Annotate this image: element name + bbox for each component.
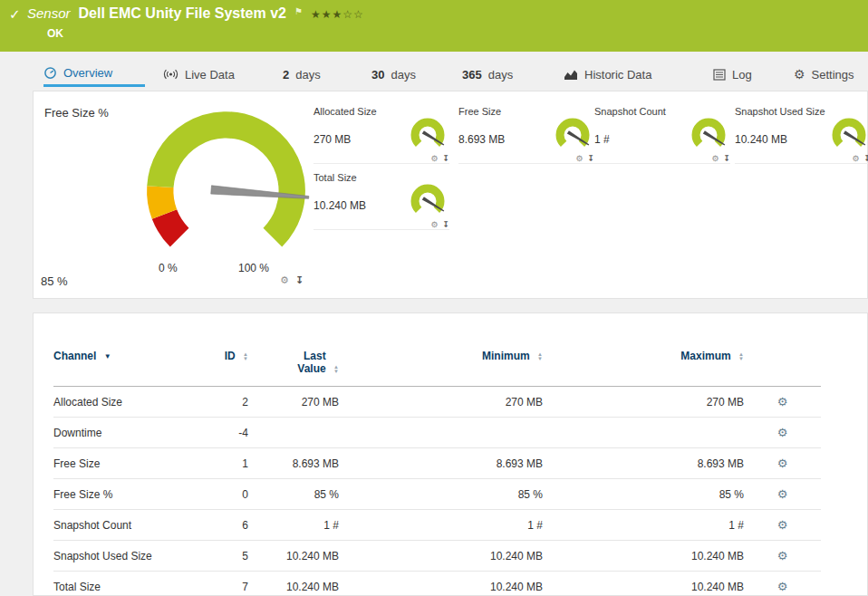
table-row: Free Size 1 8.693 MB 8.693 MB 8.693 MB ⚙	[53, 448, 821, 479]
channel-settings-icon[interactable]: ⚙	[777, 549, 788, 562]
channel-id: 0	[198, 479, 248, 510]
mini-gauge-allocated-size: Allocated Size 270 MB ⚙ ↧	[313, 106, 449, 164]
gauge-min-label: 0 %	[159, 262, 178, 274]
mini-gauge-dial	[827, 117, 868, 157]
flag-icon[interactable]: ⚑	[294, 6, 303, 16]
tab-live-data[interactable]: Live Data	[163, 62, 235, 87]
pin-icon[interactable]: ↧	[295, 274, 304, 286]
channel-maximum: 1 #	[543, 510, 744, 541]
mini-gauge-total-size: Total Size 10.240 MB ⚙ ↧	[313, 172, 449, 230]
sort-icon: ▲▼	[537, 352, 543, 361]
channel-last-value	[248, 418, 339, 448]
main-gauge-title: Free Size %	[44, 106, 109, 120]
channel-last-value: 10.240 MB	[248, 541, 339, 572]
channel-minimum: 8.693 MB	[339, 448, 543, 479]
gauges-panel: Free Size % 0 % 100 % 85 % ⚙ ↧ Allocated…	[33, 91, 868, 299]
mini-gauge-label: Free Size	[458, 106, 594, 117]
mini-gauge-snapshot-count: Snapshot Count 1 # ⚙ ↧	[594, 106, 730, 164]
channel-id: 2	[198, 387, 248, 418]
pin-icon[interactable]: ↧	[863, 154, 868, 163]
table-row: Total Size 7 10.240 MB 10.240 MB 10.240 …	[53, 572, 821, 596]
channel-maximum: 85 %	[543, 479, 744, 510]
main-gauge-actions: ⚙ ↧	[280, 274, 304, 286]
tab-log-label: Log	[732, 68, 752, 82]
tab-365-days-label: days	[488, 68, 513, 82]
column-header-minimum[interactable]: Minimum ▲▼	[339, 346, 543, 387]
pin-icon[interactable]: ↧	[442, 220, 449, 229]
channel-minimum	[339, 418, 543, 448]
channel-maximum: 10.240 MB	[543, 572, 744, 596]
pin-icon[interactable]: ↧	[442, 154, 449, 163]
tab-log[interactable]: Log	[713, 62, 752, 87]
mini-gauge-value: 1 #	[594, 133, 681, 146]
mini-gauge-label: Snapshot Count	[594, 106, 730, 117]
channel-minimum: 1 #	[339, 510, 543, 541]
gauge-current-value: 85 %	[41, 274, 68, 288]
table-row: Free Size % 0 85 % 85 % 85 % ⚙	[53, 479, 821, 510]
channel-last-value: 1 #	[248, 510, 339, 541]
channel-minimum: 10.240 MB	[339, 541, 543, 572]
channel-settings-icon[interactable]: ⚙	[777, 487, 788, 501]
pin-icon[interactable]: ↧	[587, 154, 594, 163]
tab-2-days-number: 2	[283, 68, 289, 82]
table-row: Allocated Size 2 270 MB 270 MB 270 MB ⚙	[53, 387, 821, 418]
chart-icon	[564, 69, 578, 81]
table-header-row: Channel ▼ ID ▲▼ Last Value ▲▼ Minimum ▲▼	[53, 346, 821, 387]
sensor-kind-label: Sensor	[27, 5, 71, 21]
tab-live-data-label: Live Data	[185, 68, 235, 82]
gear-icon[interactable]: ⚙	[430, 154, 438, 163]
channel-maximum: 270 MB	[543, 387, 744, 418]
status-check-icon: ✓	[9, 6, 21, 23]
gear-icon[interactable]: ⚙	[280, 274, 289, 286]
mini-gauge-value: 8.693 MB	[458, 133, 545, 146]
log-list-icon	[713, 69, 726, 81]
column-header-maximum-label: Maximum	[680, 350, 730, 362]
channel-last-value: 8.693 MB	[248, 448, 339, 479]
sensor-title-row: Sensor Dell EMC Unity File System v2 ⚑ ★…	[27, 5, 364, 22]
column-header-maximum[interactable]: Maximum ▲▼	[543, 346, 744, 387]
channel-settings-icon[interactable]: ⚙	[777, 580, 788, 593]
channel-name: Free Size %	[53, 479, 198, 510]
tab-2-days[interactable]: 2 days	[283, 62, 321, 87]
gear-icon[interactable]: ⚙	[711, 154, 719, 163]
channel-minimum: 270 MB	[339, 387, 543, 418]
channel-id: 7	[198, 572, 248, 596]
channel-minimum: 10.240 MB	[339, 572, 543, 596]
pin-icon[interactable]: ↧	[723, 154, 730, 163]
sort-desc-icon: ▼	[104, 352, 111, 360]
tab-30-days[interactable]: 30 days	[371, 62, 416, 87]
tab-historic-data[interactable]: Historic Data	[564, 62, 651, 87]
broadcast-icon	[163, 68, 178, 81]
mini-gauge-dial	[687, 117, 730, 157]
tab-settings[interactable]: ⚙ Settings	[794, 62, 854, 87]
gear-icon[interactable]: ⚙	[430, 220, 438, 229]
column-header-channel[interactable]: Channel ▼	[53, 346, 198, 387]
channel-maximum	[543, 418, 744, 448]
tab-bar: Overview Live Data 2 days 30 days 365 da…	[0, 62, 868, 89]
channel-name: Snapshot Used Size	[53, 541, 198, 572]
status-badge: OK	[47, 27, 63, 40]
mini-gauge-value: 10.240 MB	[735, 133, 822, 146]
priority-stars[interactable]: ★★★☆☆	[311, 8, 364, 21]
channel-settings-icon[interactable]: ⚙	[777, 457, 788, 470]
channel-settings-icon[interactable]: ⚙	[777, 426, 788, 439]
page-title: Dell EMC Unity File System v2	[79, 5, 286, 22]
mini-gauge-snapshot-used-size: Snapshot Used Size 10.240 MB ⚙ ↧	[735, 106, 868, 164]
free-size-percent-gauge	[120, 101, 333, 260]
sensor-header: ✓ Sensor Dell EMC Unity File System v2 ⚑…	[0, 0, 868, 52]
channel-name: Allocated Size	[53, 387, 198, 418]
gear-icon[interactable]: ⚙	[852, 154, 859, 163]
tab-365-days[interactable]: 365 days	[462, 62, 513, 87]
channel-table: Channel ▼ ID ▲▼ Last Value ▲▼ Minimum ▲▼	[53, 346, 821, 596]
gauge-max-label: 100 %	[238, 262, 269, 274]
column-header-last-value-label: Last Value	[286, 350, 326, 375]
overview-gauge-icon	[43, 66, 57, 80]
column-header-id[interactable]: ID ▲▼	[198, 346, 248, 387]
tab-overview[interactable]: Overview	[43, 62, 145, 87]
channel-settings-icon[interactable]: ⚙	[777, 395, 788, 409]
channel-settings-icon[interactable]: ⚙	[777, 518, 788, 532]
tab-historic-data-label: Historic Data	[584, 68, 651, 82]
column-header-last-value[interactable]: Last Value ▲▼	[248, 346, 339, 387]
gear-icon[interactable]: ⚙	[575, 154, 583, 163]
tab-30-days-number: 30	[371, 68, 384, 82]
